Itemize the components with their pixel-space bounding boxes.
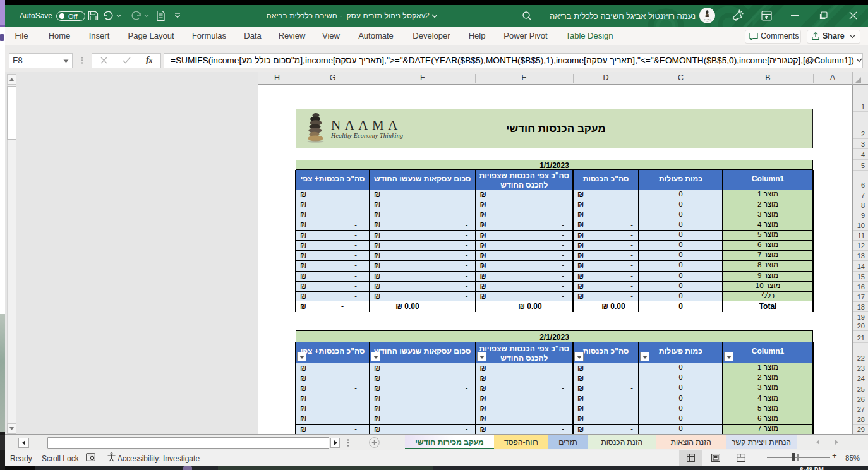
svg-text:NAAMA: NAAMA <box>704 18 711 20</box>
